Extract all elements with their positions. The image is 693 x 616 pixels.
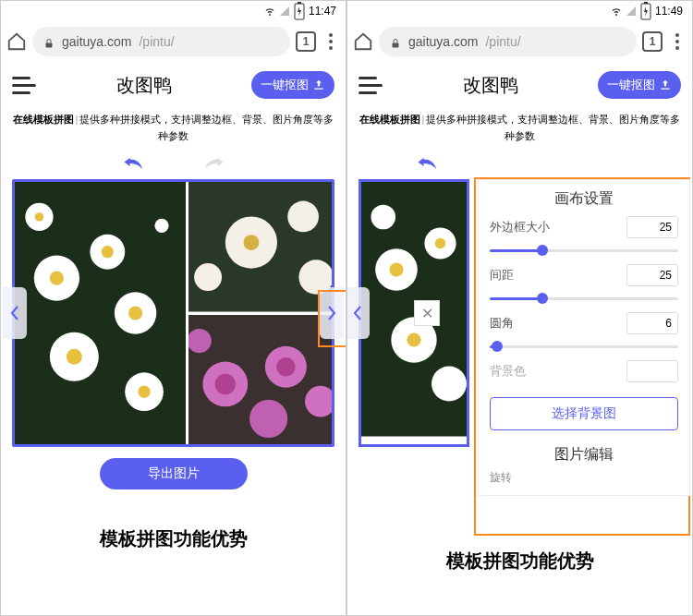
subtitle: 在线模板拼图|提供多种拼接模式，支持调整边框、背景、图片角度等多种参数 <box>1 108 346 151</box>
page-header: 改图鸭 一键抠图 <box>1 62 346 108</box>
prev-button[interactable] <box>3 287 27 339</box>
browser-bar: gaituya.com/pintu/ 1 <box>347 21 692 62</box>
screen-1: 11:47 gaituya.com/pintu/ 1 改图鸭 一键抠图 在线模板… <box>0 0 346 616</box>
export-button[interactable]: 导出图片 <box>100 458 248 489</box>
home-icon[interactable] <box>6 31 27 52</box>
url-bar[interactable]: gaituya.com/pintu/ <box>379 27 637 56</box>
status-bar: 11:47 <box>1 1 346 21</box>
tab-count[interactable]: 1 <box>642 31 663 52</box>
subtitle-bold: 在线模板拼图 <box>13 114 74 125</box>
collage-cell-3[interactable] <box>188 315 332 445</box>
svg-rect-32 <box>644 2 648 4</box>
svg-point-28 <box>249 399 287 437</box>
url-host: gaituya.com <box>62 34 131 49</box>
border-label: 外边框大小 <box>490 219 550 236</box>
undo-redo-row <box>1 151 346 179</box>
svg-point-38 <box>435 238 445 248</box>
svg-point-16 <box>154 219 168 233</box>
cutout-button[interactable]: 一键抠图 <box>251 71 334 99</box>
lock-icon <box>43 36 55 47</box>
svg-point-5 <box>50 272 64 285</box>
signal-icon <box>626 6 637 17</box>
gap-input[interactable] <box>626 264 678 286</box>
prev-button[interactable] <box>346 287 370 339</box>
undo-icon[interactable] <box>122 155 146 172</box>
page-header: 改图鸭 一键抠图 <box>347 62 692 108</box>
svg-point-21 <box>195 263 223 291</box>
radius-label: 圆角 <box>490 315 514 332</box>
radius-slider[interactable] <box>490 340 678 353</box>
svg-point-9 <box>128 307 142 320</box>
screen-2: 11:49 gaituya.com/pintu/ 1 改图鸭 一键抠图 在线模板… <box>346 0 693 616</box>
upload-icon <box>659 79 672 91</box>
svg-point-42 <box>371 205 395 230</box>
menu-icon[interactable] <box>668 33 687 50</box>
upload-icon <box>312 79 325 91</box>
panel-subtitle: 图片编辑 <box>490 445 678 465</box>
wifi-icon <box>611 6 622 17</box>
subtitle-text: 提供多种拼接模式，支持调整边框、背景、图片角度等多种参数 <box>426 114 680 141</box>
tab-count[interactable]: 1 <box>296 31 316 52</box>
svg-point-41 <box>432 367 467 402</box>
border-input[interactable] <box>626 216 678 238</box>
svg-point-7 <box>102 246 114 258</box>
section-heading: 模板拼图功能优势 <box>347 549 692 574</box>
svg-rect-1 <box>298 2 301 4</box>
cutout-label: 一键抠图 <box>607 77 655 93</box>
undo-icon[interactable] <box>416 155 440 172</box>
battery-icon <box>640 6 651 17</box>
subtitle-bold: 在线模板拼图 <box>359 114 420 125</box>
page-title: 改图鸭 <box>116 73 172 98</box>
menu-icon[interactable] <box>322 33 340 50</box>
radius-input[interactable] <box>626 312 678 334</box>
svg-rect-2 <box>46 43 53 48</box>
next-button[interactable] <box>320 287 344 339</box>
hamburger-icon[interactable] <box>12 77 36 94</box>
svg-rect-33 <box>393 43 399 48</box>
redo-icon[interactable] <box>201 155 225 172</box>
browser-bar: gaituya.com/pintu/ 1 <box>1 21 346 62</box>
collage-frame[interactable] <box>12 179 334 447</box>
cutout-button[interactable]: 一键抠图 <box>598 71 681 99</box>
canvas-area: ✕ 画布设置 外边框大小 间距 圆角 <box>347 179 692 447</box>
bg-color-picker[interactable] <box>626 360 678 382</box>
url-host: gaituya.com <box>408 34 478 49</box>
status-time: 11:49 <box>655 5 683 18</box>
svg-point-40 <box>407 333 420 347</box>
rotate-label: 旋转 <box>490 470 678 486</box>
url-path: /pintu/ <box>485 34 520 49</box>
home-icon[interactable] <box>353 31 373 52</box>
panel-title: 画布设置 <box>490 189 678 209</box>
status-time: 11:47 <box>309 5 336 18</box>
bg-label: 背景色 <box>490 363 526 380</box>
cutout-label: 一键抠图 <box>261 77 309 93</box>
svg-point-19 <box>244 235 260 250</box>
url-bar[interactable]: gaituya.com/pintu/ <box>32 27 290 56</box>
status-bar: 11:49 <box>347 1 692 21</box>
subtitle: 在线模板拼图|提供多种拼接模式，支持调整边框、背景、图片角度等多种参数 <box>347 108 692 151</box>
collage-cell-2[interactable] <box>188 182 332 312</box>
canvas-settings-panel: 画布设置 外边框大小 间距 圆角 <box>478 179 690 496</box>
lock-icon <box>390 36 401 47</box>
border-slider[interactable] <box>490 244 678 257</box>
svg-point-27 <box>277 357 297 377</box>
svg-point-20 <box>288 201 320 233</box>
page-title: 改图鸭 <box>463 73 518 98</box>
collage-cell-1[interactable] <box>15 182 186 444</box>
hamburger-icon[interactable] <box>359 77 383 94</box>
svg-point-25 <box>215 373 236 393</box>
url-path: /pintu/ <box>139 34 174 49</box>
battery-icon <box>294 6 305 17</box>
gap-slider[interactable] <box>490 292 678 305</box>
slider-fill <box>490 297 542 300</box>
close-button[interactable]: ✕ <box>414 300 440 326</box>
slider-thumb[interactable] <box>537 245 548 256</box>
section-heading: 模板拼图功能优势 <box>1 526 346 551</box>
bg-image-button[interactable]: 选择背景图 <box>490 397 678 430</box>
slider-thumb[interactable] <box>537 293 548 304</box>
svg-point-11 <box>67 349 82 365</box>
wifi-icon <box>264 6 275 17</box>
slider-thumb[interactable] <box>492 341 503 352</box>
slider-fill <box>490 249 542 252</box>
svg-point-15 <box>35 212 43 221</box>
